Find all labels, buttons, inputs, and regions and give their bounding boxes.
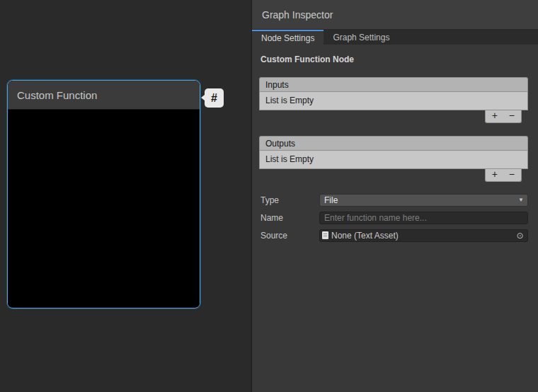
node-body bbox=[8, 110, 200, 307]
name-label: Name bbox=[261, 213, 319, 223]
source-object-field[interactable]: None (Text Asset) ⊙ bbox=[319, 229, 528, 242]
type-dropdown-value: File bbox=[324, 195, 338, 205]
outputs-empty-row: List is Empty bbox=[259, 150, 528, 169]
outputs-add-button[interactable]: + bbox=[492, 169, 498, 180]
inputs-empty-row: List is Empty bbox=[259, 91, 528, 110]
outputs-remove-button[interactable]: − bbox=[509, 169, 515, 180]
name-field-row: Name bbox=[261, 211, 528, 224]
outputs-list-header: Outputs bbox=[259, 136, 528, 150]
object-picker-icon[interactable]: ⊙ bbox=[515, 230, 525, 241]
source-label: Source bbox=[261, 231, 319, 241]
type-dropdown[interactable]: File ▼ bbox=[319, 194, 528, 207]
outputs-list-footer: + − bbox=[259, 169, 528, 182]
shader-graph-canvas[interactable]: Custom Function # bbox=[0, 0, 251, 392]
inputs-remove-button[interactable]: − bbox=[509, 110, 515, 121]
inputs-add-button[interactable]: + bbox=[492, 110, 498, 121]
source-field-row: Source None (Text Asset) ⊙ bbox=[261, 229, 528, 242]
inspector-tab-bar: Node Settings Graph Settings bbox=[252, 30, 538, 45]
inputs-list: Inputs List is Empty + − bbox=[259, 77, 528, 123]
outputs-footer-bar: + − bbox=[485, 169, 522, 182]
node-title: Custom Function bbox=[8, 81, 200, 110]
custom-function-node[interactable]: Custom Function bbox=[7, 80, 200, 309]
text-asset-icon bbox=[322, 231, 328, 239]
hash-badge-icon[interactable]: # bbox=[205, 88, 224, 108]
tab-node-settings[interactable]: Node Settings bbox=[252, 30, 324, 45]
inspector-title: Graph Inspector bbox=[252, 0, 538, 30]
hash-badge-label: # bbox=[211, 92, 217, 105]
source-object-value: None (Text Asset) bbox=[331, 231, 399, 241]
inputs-list-header: Inputs bbox=[259, 77, 528, 91]
tab-graph-settings[interactable]: Graph Settings bbox=[324, 30, 399, 45]
chevron-down-icon: ▼ bbox=[518, 197, 524, 203]
inputs-footer-bar: + − bbox=[485, 110, 522, 123]
node-settings-content: Custom Function Node Inputs List is Empt… bbox=[252, 54, 538, 242]
outputs-list: Outputs List is Empty + − bbox=[259, 136, 528, 182]
type-field-row: Type File ▼ bbox=[261, 193, 528, 207]
inputs-list-footer: + − bbox=[259, 110, 528, 123]
type-label: Type bbox=[261, 195, 319, 205]
function-name-input[interactable] bbox=[319, 212, 528, 224]
section-title: Custom Function Node bbox=[261, 54, 528, 64]
graph-inspector-panel: Graph Inspector Node Settings Graph Sett… bbox=[251, 0, 538, 392]
